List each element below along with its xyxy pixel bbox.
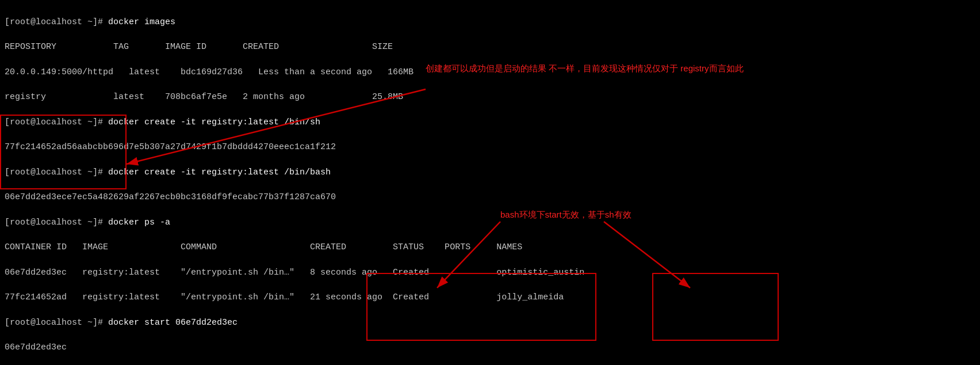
line-7: [root@localhost ~]# docker create -it re… bbox=[5, 166, 975, 179]
cmd: docker images bbox=[108, 17, 175, 27]
line-13: [root@localhost ~]# docker start 06e7dd2… bbox=[5, 317, 975, 329]
cmd-3: docker create -it registry:latest /bin/b… bbox=[108, 168, 331, 177]
table-header-1: CONTAINER ID IMAGE COMMAND CREATED STATU… bbox=[5, 241, 975, 254]
cmd-5: docker start 06e7dd2ed3ec bbox=[108, 318, 238, 328]
table-row-1: 06e7dd2ed3ec registry:latest "/entrypoin… bbox=[5, 267, 975, 279]
prompt-3: [root@localhost ~]# bbox=[5, 168, 108, 177]
cmd-4: docker ps -a bbox=[108, 218, 170, 227]
line-5: [root@localhost ~]# docker create -it re… bbox=[5, 116, 975, 129]
line-8: 06e7dd2ed3ece7ec5a482629af2267ecb0bc3168… bbox=[5, 191, 975, 204]
line-2: REPOSITORY TAG IMAGE ID CREATED SIZE bbox=[5, 41, 975, 54]
prompt-5: [root@localhost ~]# bbox=[5, 318, 108, 328]
annotation-note-1: 创建都可以成功但是启动的结果 不一样，目前发现这种情况仅对于 registry而… bbox=[426, 62, 744, 75]
cmd-2: docker create -it registry:latest /bin/s… bbox=[108, 117, 320, 127]
line-14: 06e7dd2ed3ec bbox=[5, 341, 975, 354]
line-4: registry latest 708bc6af7e5e 2 months ag… bbox=[5, 91, 975, 104]
line-9: [root@localhost ~]# docker ps -a bbox=[5, 216, 975, 229]
prompt-4: [root@localhost ~]# bbox=[5, 218, 108, 227]
terminal: [root@localhost ~]# docker images REPOSI… bbox=[0, 0, 980, 365]
table-row-2: 77fc214652ad registry:latest "/entrypoin… bbox=[5, 291, 975, 304]
prompt: [root@localhost ~]# bbox=[5, 17, 108, 27]
line-6: 77fc214652ad56aabcbb696d7e5b307a27d7429f… bbox=[5, 141, 975, 154]
line-1: [root@localhost ~]# docker images bbox=[5, 16, 975, 29]
annotation-note-2: bash环境下start无效，基于sh有效 bbox=[500, 208, 631, 222]
prompt-2: [root@localhost ~]# bbox=[5, 117, 108, 127]
